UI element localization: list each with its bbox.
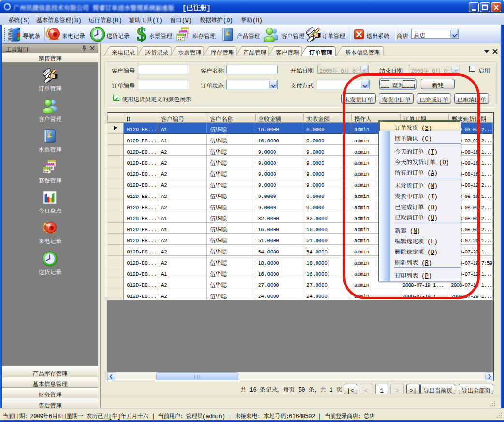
svg-text:$: $ (137, 27, 146, 42)
